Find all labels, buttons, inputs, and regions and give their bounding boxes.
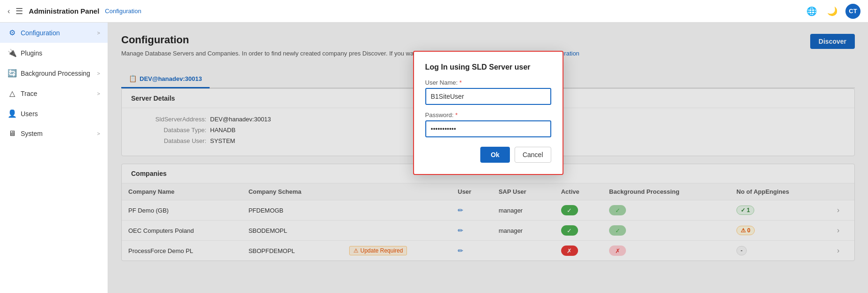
sidebar-item-trace[interactable]: △ Trace > bbox=[0, 83, 108, 103]
sidebar-item-background-processing[interactable]: 🔄 Background Processing > bbox=[0, 63, 108, 83]
sidebar-item-users[interactable]: 👤 Users bbox=[0, 103, 108, 124]
users-icon: 👤 bbox=[8, 109, 17, 118]
main-content: Configuration Manage Database Servers an… bbox=[108, 23, 868, 293]
modal-overlay: Log In using SLD Server user User Name: … bbox=[108, 23, 868, 293]
ok-button[interactable]: Ok bbox=[480, 147, 510, 163]
sidebar-item-label: Plugins bbox=[21, 49, 96, 57]
sidebar-item-plugins[interactable]: 🔌 Plugins bbox=[0, 43, 108, 63]
sidebar-item-label: Users bbox=[21, 110, 96, 118]
dark-mode-button[interactable]: 🌙 bbox=[825, 4, 840, 19]
chevron-right-icon: > bbox=[97, 71, 100, 76]
username-label: User Name: * bbox=[425, 79, 551, 86]
sidebar-item-label: Background Processing bbox=[21, 70, 94, 77]
chevron-right-icon: > bbox=[97, 131, 100, 136]
username-field: User Name: * bbox=[425, 79, 551, 105]
sidebar-item-label: Trace bbox=[21, 90, 94, 97]
sidebar-item-label: System bbox=[21, 130, 94, 137]
chevron-right-icon: > bbox=[97, 30, 100, 36]
sidebar-item-system[interactable]: 🖥 System > bbox=[0, 124, 108, 143]
modal-title: Log In using SLD Server user bbox=[425, 63, 551, 71]
app-title: Administration Panel bbox=[29, 7, 99, 15]
password-field: Password: * bbox=[425, 111, 551, 137]
username-input[interactable] bbox=[425, 88, 551, 105]
cancel-button[interactable]: Cancel bbox=[515, 147, 551, 163]
avatar[interactable]: CT bbox=[845, 4, 860, 19]
modal-actions: Ok Cancel bbox=[425, 147, 551, 163]
chevron-right-icon: > bbox=[97, 91, 100, 96]
trace-icon: △ bbox=[8, 89, 17, 98]
menu-button[interactable]: ☰ bbox=[16, 6, 23, 16]
sidebar-item-label: Configuration bbox=[21, 29, 94, 37]
sidebar-item-configuration[interactable]: ⚙ Configuration > bbox=[0, 23, 108, 43]
system-icon: 🖥 bbox=[8, 129, 17, 138]
password-label: Password: * bbox=[425, 111, 551, 119]
login-modal: Log In using SLD Server user User Name: … bbox=[413, 51, 563, 175]
configuration-icon: ⚙ bbox=[8, 28, 17, 37]
background-processing-icon: 🔄 bbox=[8, 69, 17, 78]
plugins-icon: 🔌 bbox=[8, 48, 17, 57]
sidebar: ⚙ Configuration > 🔌 Plugins 🔄 Background… bbox=[0, 23, 108, 293]
password-input[interactable] bbox=[425, 120, 551, 137]
top-header: ‹ ☰ Administration Panel Configuration 🌐… bbox=[0, 0, 868, 23]
back-button[interactable]: ‹ bbox=[8, 7, 10, 16]
globe-icon-button[interactable]: 🌐 bbox=[804, 4, 819, 19]
breadcrumb: Configuration bbox=[105, 8, 141, 15]
